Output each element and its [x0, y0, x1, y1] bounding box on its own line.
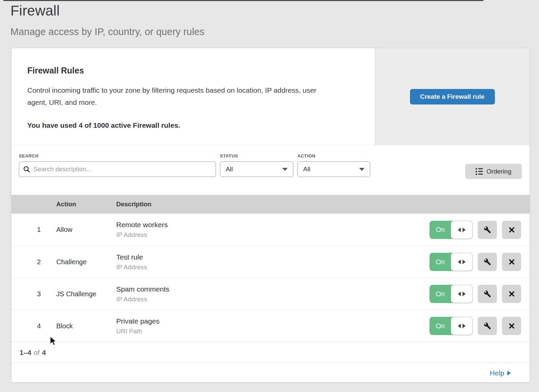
edit-rule-button[interactable]	[478, 221, 497, 239]
rules-description: Control incoming traffic to your zone by…	[27, 84, 330, 109]
intro-text-panel: Firewall Rules Control incoming traffic …	[11, 48, 375, 145]
rule-controls: On	[430, 285, 530, 303]
rule-description-cell: Remote workers IP Address	[116, 221, 430, 239]
column-action: Action	[56, 201, 116, 208]
rules-table-header: Action Description	[11, 195, 530, 214]
search-input[interactable]	[33, 165, 212, 173]
rule-match-type: IP Address	[116, 231, 430, 239]
pagination-total: 4	[42, 349, 46, 357]
rule-row: 4 Block Private pages URI Path On	[11, 310, 530, 342]
rule-row: 3 JS Challenge Spam comments IP Address …	[11, 278, 530, 310]
toggle-arrows-icon	[451, 253, 473, 271]
wrench-icon	[484, 258, 491, 266]
wrench-icon	[484, 290, 491, 298]
rule-match-type: IP Address	[116, 264, 430, 271]
rule-description-cell: Spam comments IP Address	[116, 285, 430, 303]
rule-enabled-toggle[interactable]: On	[430, 317, 473, 335]
rule-action: Challenge	[56, 258, 116, 266]
toggle-arrows-icon	[451, 317, 473, 335]
rule-description: Test rule	[116, 253, 430, 261]
delete-rule-button[interactable]	[502, 285, 521, 303]
toggle-arrows-icon	[451, 221, 473, 239]
toggle-on-label: On	[430, 253, 451, 271]
ordering-button-label: Ordering	[486, 168, 511, 175]
wrench-icon	[484, 322, 491, 330]
toggle-on-label: On	[430, 221, 451, 239]
close-icon	[508, 259, 515, 265]
rule-priority: 4	[11, 322, 56, 330]
rule-enabled-toggle[interactable]: On	[430, 253, 473, 271]
dropdown-caret-icon	[282, 168, 288, 171]
rule-match-type: IP Address	[116, 296, 430, 303]
rule-description-cell: Test rule IP Address	[116, 253, 430, 271]
search-label: SEARCH	[19, 153, 216, 158]
rule-description: Spam comments	[116, 285, 430, 293]
rule-row: 2 Challenge Test rule IP Address On	[11, 246, 530, 278]
edit-rule-button[interactable]	[478, 317, 497, 335]
create-rule-panel: Create a Firewall rule	[375, 48, 530, 145]
rule-action: JS Challenge	[56, 290, 116, 298]
firewall-rules-card: Firewall Rules Control incoming traffic …	[11, 48, 530, 383]
dropdown-caret-icon	[359, 168, 364, 171]
rule-priority: 1	[11, 226, 56, 234]
status-label: STATUS	[220, 153, 293, 158]
edit-rule-button[interactable]	[478, 285, 497, 303]
action-select-value: All	[303, 165, 310, 173]
search-icon	[23, 166, 30, 173]
action-select[interactable]: All	[297, 161, 370, 177]
rule-row: 1 Allow Remote workers IP Address On	[11, 214, 530, 246]
help-row: Help	[11, 363, 530, 383]
delete-rule-button[interactable]	[502, 253, 521, 271]
rule-enabled-toggle[interactable]: On	[430, 221, 473, 239]
ordering-list-icon	[476, 168, 483, 175]
help-arrow-icon	[507, 371, 511, 375]
page-header: Firewall Manage access by IP, country, o…	[10, 3, 204, 37]
action-label: ACTION	[297, 153, 370, 158]
window-top-edge	[3, 0, 483, 1]
rule-description: Remote workers	[116, 221, 430, 229]
rule-controls: On	[430, 317, 530, 335]
help-link[interactable]: Help	[490, 369, 511, 377]
rules-heading: Firewall Rules	[27, 66, 361, 76]
page-subtitle: Manage access by IP, country, or query r…	[10, 26, 204, 37]
rule-priority: 2	[11, 258, 56, 266]
rule-enabled-toggle[interactable]: On	[430, 285, 473, 303]
status-filter: STATUS All	[220, 153, 293, 177]
page-title: Firewall	[10, 3, 204, 19]
edit-rule-button[interactable]	[478, 253, 497, 271]
rule-action: Allow	[56, 226, 116, 234]
rules-usage-text: You have used 4 of 1000 active Firewall …	[27, 121, 361, 129]
rule-controls: On	[430, 221, 530, 239]
search-box[interactable]	[19, 161, 216, 177]
toggle-on-label: On	[430, 317, 451, 335]
pagination-of: of	[34, 349, 40, 357]
action-filter: ACTION All	[297, 153, 370, 177]
rule-priority: 3	[11, 290, 56, 298]
toggle-on-label: On	[430, 285, 451, 303]
close-icon	[508, 227, 515, 233]
create-firewall-rule-button[interactable]: Create a Firewall rule	[410, 89, 495, 104]
delete-rule-button[interactable]	[502, 221, 521, 239]
help-label: Help	[490, 369, 504, 377]
close-icon	[508, 291, 515, 297]
filters-bar: SEARCH STATUS All ACTION All	[11, 145, 530, 195]
rule-description: Private pages	[116, 317, 430, 325]
status-select[interactable]: All	[220, 161, 293, 177]
rule-controls: On	[430, 253, 530, 271]
pagination-range: 1–4	[20, 349, 31, 357]
search-filter: SEARCH	[19, 153, 216, 177]
rule-action: Block	[56, 322, 116, 330]
toggle-arrows-icon	[451, 285, 473, 303]
ordering-button[interactable]: Ordering	[465, 164, 522, 179]
close-icon	[508, 323, 515, 329]
column-description: Description	[116, 201, 530, 208]
delete-rule-button[interactable]	[502, 317, 521, 335]
rule-description-cell: Private pages URI Path	[116, 317, 430, 335]
rule-match-type: URI Path	[116, 328, 430, 335]
firewall-rules-intro: Firewall Rules Control incoming traffic …	[11, 48, 530, 145]
pagination: 1–4 of 4	[11, 342, 530, 363]
status-select-value: All	[226, 165, 233, 173]
wrench-icon	[484, 226, 491, 234]
